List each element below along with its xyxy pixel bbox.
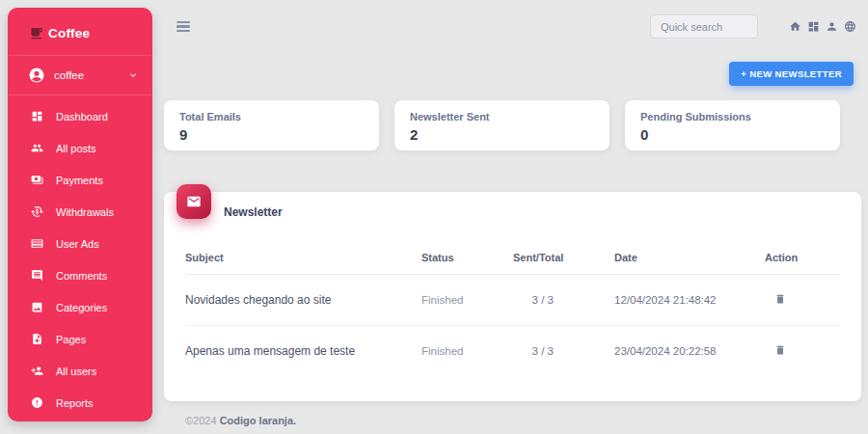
column-header-subject: Subject <box>185 252 421 263</box>
stat-label: Newsletter Sent <box>410 111 594 122</box>
column-header-sent-total: Sent/Total <box>513 252 585 263</box>
topbar <box>164 0 861 53</box>
image-icon <box>31 301 43 313</box>
footer-brand: Codigo laranja. <box>220 415 296 426</box>
newsletter-badge <box>176 184 211 219</box>
brand: Coffee <box>8 8 152 55</box>
payments-icon <box>31 174 43 186</box>
stat-value: 9 <box>179 126 364 143</box>
column-header-action: Action <box>765 252 840 263</box>
avatar <box>28 67 45 84</box>
sidebar-item-label: Withdrawals <box>56 206 114 218</box>
sidebar-item-all-posts[interactable]: All posts <box>8 132 152 164</box>
footer: ©2024 Codigo laranja. <box>164 415 861 426</box>
trash-icon <box>774 344 786 356</box>
home-icon[interactable] <box>789 20 801 33</box>
main-content: + NEW NEWSLETTER Total Emails 9 Newslett… <box>164 0 861 434</box>
sidebar-item-pages[interactable]: Pages <box>8 323 152 355</box>
stat-card-newsletter-sent: Newsletter Sent 2 <box>394 100 610 150</box>
sidebar-item-label: Comments <box>56 270 107 282</box>
stat-value: 0 <box>640 126 825 143</box>
stat-label: Total Emails <box>179 111 364 122</box>
new-newsletter-button[interactable]: + NEW NEWSLETTER <box>729 62 854 86</box>
error-icon <box>31 396 43 409</box>
stat-value: 2 <box>410 126 594 143</box>
table-rows-icon <box>31 237 43 250</box>
cell-status: Finished <box>421 345 513 357</box>
panel-title: Newsletter <box>164 192 861 219</box>
sidebar-item-label: Dashboard <box>56 111 108 122</box>
sidebar-item-withdrawals[interactable]: Withdrawals <box>8 196 152 228</box>
cell-sent-total: 3 / 3 <box>513 294 585 306</box>
cell-subject: Apenas uma mensagem de teste <box>185 344 421 358</box>
sidebar-item-comments[interactable]: Comments <box>8 259 152 291</box>
column-header-status: Status <box>421 252 513 263</box>
table-header-row: Subject Status Sent/Total Date Action <box>185 242 840 275</box>
sidebar-user-menu[interactable]: coffee <box>8 56 152 95</box>
person-icon[interactable] <box>826 20 838 33</box>
sidebar-item-dashboard[interactable]: Dashboard <box>8 100 152 132</box>
trash-icon <box>774 293 786 305</box>
cell-action <box>765 291 840 309</box>
topbar-icon-group <box>789 20 856 33</box>
globe-icon[interactable] <box>844 20 856 33</box>
sidebar: Coffee coffee Dashboard All posts Paymen… <box>8 8 152 421</box>
menu-toggle-icon[interactable] <box>176 19 190 35</box>
newsletter-panel: Newsletter Subject Status Sent/Total Dat… <box>164 192 861 401</box>
sidebar-item-label: User Ads <box>56 238 99 250</box>
table-row: Apenas uma mensagem de teste Finished 3 … <box>185 326 840 376</box>
sidebar-item-payments[interactable]: Payments <box>8 164 152 196</box>
sidebar-item-label: All posts <box>56 143 96 154</box>
sidebar-nav: Dashboard All posts Payments Withdrawals… <box>8 95 152 419</box>
user-name: coffee <box>54 69 84 81</box>
search-input[interactable] <box>650 14 758 39</box>
cell-date: 12/04/2024 21:48:42 <box>585 294 765 306</box>
stats-row: Total Emails 9 Newsletter Sent 2 Pending… <box>164 100 861 150</box>
table-row: Novidades chegando ao site Finished 3 / … <box>185 275 840 326</box>
dashboard-icon[interactable] <box>807 20 820 33</box>
sidebar-item-all-users[interactable]: All users <box>8 355 152 387</box>
sidebar-item-label: Payments <box>56 175 103 186</box>
comment-icon <box>31 269 43 282</box>
group-icon <box>31 142 43 154</box>
stat-card-total-emails: Total Emails 9 <box>164 100 379 150</box>
currency-exchange-icon <box>31 205 43 218</box>
cell-sent-total: 3 / 3 <box>513 345 585 357</box>
coffee-logo-icon <box>29 26 43 41</box>
sidebar-item-reports[interactable]: Reports <box>8 387 152 419</box>
sidebar-item-label: All users <box>56 366 96 377</box>
stat-card-pending-submissions: Pending Submissions 0 <box>625 100 840 150</box>
toolbar: + NEW NEWSLETTER <box>164 53 861 86</box>
cell-subject: Novidades chegando ao site <box>185 293 421 307</box>
dashboard-icon <box>31 110 43 122</box>
person-add-icon <box>31 365 43 377</box>
note-add-icon <box>31 333 43 345</box>
copyright-text: ©2024 <box>185 415 217 426</box>
delete-newsletter-button[interactable] <box>773 291 788 307</box>
newsletter-table: Subject Status Sent/Total Date Action No… <box>185 242 840 376</box>
delete-newsletter-button[interactable] <box>773 342 788 358</box>
column-header-date: Date <box>585 252 765 263</box>
sidebar-item-user-ads[interactable]: User Ads <box>8 228 152 259</box>
cell-action <box>765 342 840 360</box>
sidebar-item-label: Categories <box>56 302 107 313</box>
stat-label: Pending Submissions <box>640 111 825 122</box>
sidebar-item-label: Reports <box>56 397 94 409</box>
sidebar-item-label: Pages <box>56 334 86 345</box>
mail-icon <box>186 194 202 209</box>
cell-date: 23/04/2024 20:22:58 <box>585 345 765 357</box>
sidebar-item-categories[interactable]: Categories <box>8 291 152 323</box>
chevron-down-icon <box>127 69 139 81</box>
app-title: Coffee <box>48 26 90 41</box>
cell-status: Finished <box>421 294 513 306</box>
